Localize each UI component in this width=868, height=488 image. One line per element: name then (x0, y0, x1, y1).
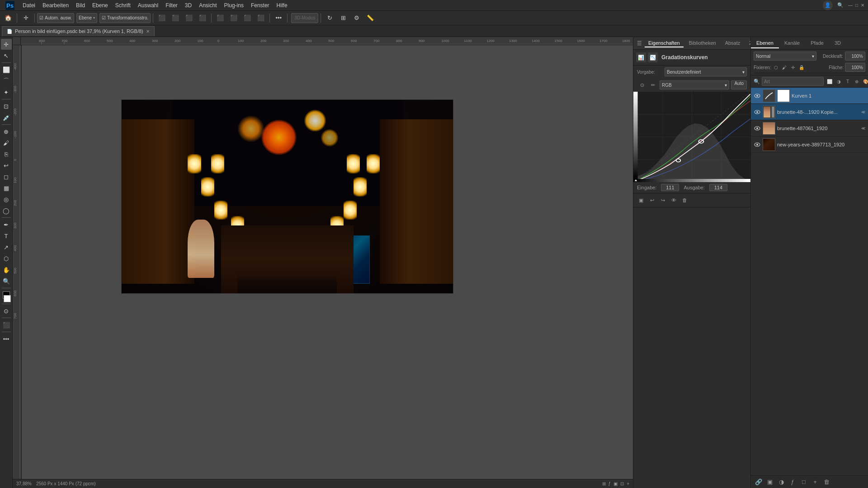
screen-mode-btn[interactable]: ⬛ (1, 319, 12, 330)
menu-ebene[interactable]: Ebene (89, 1, 112, 9)
snap-btn[interactable]: ⊞ (337, 12, 349, 24)
fix-brush-icon[interactable]: 🖌 (781, 64, 788, 71)
auto-button[interactable]: Auto (731, 80, 747, 89)
menu-datei[interactable]: Datei (19, 1, 39, 9)
background-color[interactable] (4, 295, 11, 302)
delete-layer-btn[interactable]: 🗑 (821, 477, 831, 487)
autoselect-dropdown[interactable]: ☑ Autom. ausw. (37, 13, 74, 23)
autoselect-checkbox[interactable]: ☑ (39, 15, 43, 20)
filter-pixel-icon[interactable]: ⬜ (826, 77, 834, 85)
curves-btn-delete[interactable]: 🗑 (679, 195, 689, 205)
eraser-tool[interactable]: ◻ (1, 171, 12, 182)
eyedropper-tool[interactable]: 💉 (1, 112, 12, 123)
magic-wand-tool[interactable]: ✦ (1, 87, 12, 98)
selection-tool[interactable]: ✛ (1, 39, 12, 50)
move-tool-btn[interactable]: ↖ (1, 50, 12, 61)
ebene-dropdown[interactable]: Ebene ▾ (76, 13, 97, 23)
new-group-btn[interactable]: □ (799, 477, 809, 487)
eingabe-field[interactable]: 111 (661, 184, 679, 191)
ruler-btn[interactable]: 📏 (364, 12, 377, 24)
lasso-tool[interactable]: ⌒ (1, 75, 12, 86)
tab-eigenschaften[interactable]: Eigenschaften (645, 39, 684, 47)
align-right-btn[interactable]: ⬛ (183, 12, 195, 24)
layer-item-brunette-copy[interactable]: brunette-48-...1920 Kopie... ≪ (751, 104, 868, 120)
link-layers-btn[interactable]: 🔗 (754, 477, 764, 487)
shape-tool[interactable]: ⬡ (1, 253, 12, 264)
tab-ebenen[interactable]: Ebenen (751, 38, 779, 48)
tab-pfade[interactable]: Pfade (805, 38, 829, 48)
menu-auswahl[interactable]: Auswahl (134, 1, 162, 9)
tab-3d[interactable]: 3D (829, 38, 846, 48)
transform-dropdown[interactable]: ☑ Transformationsstro. (99, 13, 151, 23)
3d-mode-btn[interactable]: 3D-Modus (291, 13, 318, 23)
ausgabe-field[interactable]: 114 (709, 184, 727, 191)
align-v-btn[interactable]: ⬛ (227, 12, 240, 24)
curves-graph[interactable] (633, 92, 750, 182)
curves-histogram-icon[interactable]: 📉 (648, 52, 658, 62)
hand-tool[interactable]: ✋ (1, 264, 12, 275)
move-tool[interactable]: ✛ (19, 12, 32, 24)
layer-visibility-kurven1[interactable] (754, 92, 761, 99)
crop-tool[interactable]: ⊡ (1, 101, 12, 112)
tab-bibliotheken[interactable]: Bibliotheken (685, 39, 720, 47)
curve-point-tool[interactable]: ⊙ (637, 80, 647, 90)
add-style-btn[interactable]: ƒ (788, 477, 797, 487)
clone-tool[interactable]: ⎘ (1, 149, 12, 160)
align-btn3[interactable]: ⬛ (241, 12, 254, 24)
layer-visibility-brunette[interactable] (754, 125, 761, 132)
filter-color-icon[interactable]: 🎨 (862, 77, 868, 85)
status-right-icon2[interactable]: ƒ (609, 481, 611, 486)
menu-bild[interactable]: Bild (72, 1, 89, 9)
tab-kanaele[interactable]: Kanäle (779, 38, 805, 48)
new-layer-btn[interactable]: + (810, 477, 820, 487)
blur-tool[interactable]: ◎ (1, 194, 12, 205)
filter-smart-icon[interactable]: ⊕ (853, 77, 861, 85)
flaeche-value[interactable]: 100% (845, 63, 865, 72)
layer-item-kurven1[interactable]: Kurven 1 (751, 88, 868, 104)
curves-btn-mask[interactable]: ▣ (636, 195, 646, 205)
canvas-viewport[interactable] (22, 45, 633, 471)
deckkraft-value[interactable]: 100% (845, 52, 865, 61)
quick-mask-btn[interactable]: ⊙ (1, 305, 12, 316)
healing-tool[interactable]: ⊕ (1, 126, 12, 137)
menu-filter[interactable]: Filter (162, 1, 181, 9)
vorgabe-dropdown[interactable]: Benutzerdefiniert ▾ (665, 67, 747, 76)
search-top-icon[interactable]: 🔍 (835, 0, 845, 10)
blend-mode-dropdown[interactable]: Normal ▾ (754, 52, 816, 61)
zoom-tool[interactable]: 🔍 (1, 276, 12, 286)
layer-item-brunette[interactable]: brunette-487061_1920 ≪ (751, 120, 868, 136)
align-center-btn[interactable]: ⬛ (169, 12, 182, 24)
more-options-btn[interactable]: ••• (272, 12, 285, 24)
brush-tool[interactable]: 🖌 (1, 137, 12, 148)
tab-absatz[interactable]: Absatz (722, 39, 744, 47)
filter-type-icon[interactable]: T (844, 77, 852, 85)
status-right-icon1[interactable]: ⊞ (602, 481, 606, 486)
status-right-icon3[interactable]: ▣ (613, 481, 618, 486)
fix-move-icon[interactable]: ✛ (789, 64, 797, 71)
window-maximize[interactable]: □ (855, 3, 858, 8)
filter-adjustment-icon[interactable]: ◑ (835, 77, 843, 85)
align-h-btn[interactable]: ⬛ (214, 12, 226, 24)
document-tab[interactable]: 📄 Person in bild einfügen.psdc bei 37,9%… (2, 26, 155, 36)
layer-search-input[interactable] (762, 77, 824, 86)
marquee-tool[interactable]: ⬜ (1, 64, 12, 75)
align-left-btn[interactable]: ⬛ (156, 12, 168, 24)
menu-3d[interactable]: 3D (181, 1, 195, 9)
dodge-tool[interactable]: ◯ (1, 205, 12, 216)
distribute-btn[interactable]: ⬛ (196, 12, 209, 24)
menu-schrift[interactable]: Schrift (112, 1, 134, 9)
window-minimize[interactable]: — (848, 3, 853, 8)
channel-dropdown[interactable]: RGB ▾ (660, 80, 729, 89)
path-select-tool[interactable]: ↗ (1, 242, 12, 253)
extras-btn[interactable]: ⚙ (350, 12, 363, 24)
curves-btn-visibility[interactable]: 👁 (669, 195, 679, 205)
type-tool[interactable]: T (1, 230, 12, 241)
window-close[interactable]: ✕ (861, 3, 864, 8)
curves-properties-icon[interactable]: 📊 (636, 52, 646, 62)
curves-btn-prev[interactable]: ↪ (658, 195, 668, 205)
layer-item-newyear[interactable]: new-years-eve-3897713_1920 (751, 136, 868, 153)
menu-plugins[interactable]: Plug-ins (221, 1, 247, 9)
fix-transparency-icon[interactable]: ⬡ (772, 64, 779, 71)
status-right-icon5[interactable]: + (627, 481, 629, 486)
pen-tool[interactable]: ✒ (1, 219, 12, 230)
